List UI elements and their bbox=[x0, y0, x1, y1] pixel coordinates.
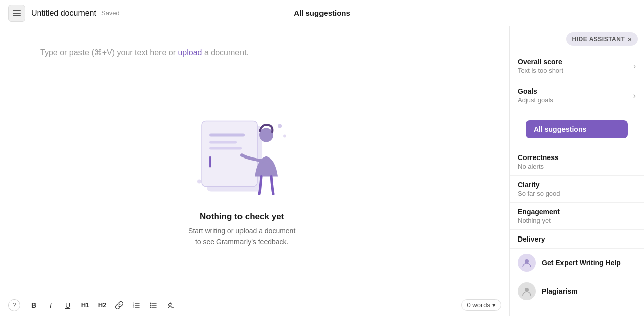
ordered-list-button[interactable]: 123 bbox=[129, 298, 144, 313]
svg-rect-5 bbox=[209, 134, 245, 137]
topbar: Untitled document Saved All suggestions bbox=[0, 0, 644, 26]
svg-point-12 bbox=[197, 180, 201, 184]
plagiarism-title: Plagiarism bbox=[542, 287, 578, 295]
clarity-title: Clarity bbox=[518, 181, 636, 189]
goals-section[interactable]: Goals Adjust goals › bbox=[510, 81, 644, 110]
goals-title: Goals bbox=[518, 87, 553, 95]
menu-button[interactable] bbox=[8, 5, 25, 22]
engagement-title: Engagement bbox=[518, 208, 636, 216]
empty-state-illustration bbox=[192, 111, 292, 202]
svg-point-22 bbox=[150, 302, 152, 304]
word-count-label: 0 words bbox=[467, 301, 490, 309]
goals-chevron: › bbox=[633, 91, 636, 100]
center-label: All suggestions bbox=[294, 9, 350, 17]
overall-score-title: Overall score bbox=[518, 58, 564, 66]
delivery-title: Delivery bbox=[518, 235, 636, 243]
plagiarism-item[interactable]: Plagiarism bbox=[510, 277, 644, 305]
h2-button[interactable]: H2 bbox=[95, 298, 110, 313]
expert-title: Get Expert Writing Help bbox=[542, 259, 621, 267]
hide-assistant-label: HIDE ASSISTANT bbox=[572, 36, 625, 43]
correctness-item[interactable]: Correctness No alerts bbox=[510, 148, 644, 176]
clarity-item[interactable]: Clarity So far so good bbox=[510, 176, 644, 203]
svg-point-24 bbox=[150, 306, 152, 308]
nothing-desc-line2: to see Grammarly's feedback. bbox=[195, 238, 289, 246]
goals-subtitle: Adjust goals bbox=[518, 96, 553, 104]
svg-rect-6 bbox=[209, 141, 237, 144]
svg-point-26 bbox=[525, 288, 529, 292]
delivery-section: Delivery bbox=[510, 230, 644, 249]
sidebar: HIDE ASSISTANT » Overall score Text is t… bbox=[509, 26, 644, 316]
svg-rect-1 bbox=[13, 13, 21, 14]
underline-button[interactable]: U bbox=[60, 298, 75, 313]
help-button[interactable]: ? bbox=[8, 299, 20, 311]
saved-status: Saved bbox=[101, 9, 120, 17]
svg-text:3: 3 bbox=[133, 306, 135, 308]
expert-avatar bbox=[518, 254, 536, 272]
main-layout: Type or paste (⌘+V) your text here or up… bbox=[0, 26, 644, 316]
all-suggestions-button[interactable]: All suggestions bbox=[526, 120, 628, 138]
h1-button[interactable]: H1 bbox=[77, 298, 93, 313]
svg-rect-2 bbox=[13, 15, 21, 16]
goals-card[interactable]: Goals Adjust goals › bbox=[518, 87, 636, 104]
doc-title: Untitled document bbox=[31, 9, 96, 18]
engagement-item[interactable]: Engagement Nothing yet bbox=[510, 203, 644, 230]
overall-score-subtitle: Text is too short bbox=[518, 67, 564, 74]
correctness-title: Correctness bbox=[518, 153, 636, 162]
word-count-button[interactable]: 0 words ▾ bbox=[461, 299, 501, 311]
italic-button[interactable]: I bbox=[43, 298, 58, 313]
nothing-title: Nothing to check yet bbox=[200, 212, 284, 222]
clear-format-button[interactable] bbox=[163, 298, 178, 313]
hide-assistant-button[interactable]: HIDE ASSISTANT » bbox=[566, 32, 638, 46]
engagement-sub: Nothing yet bbox=[518, 217, 636, 224]
svg-rect-4 bbox=[202, 121, 257, 187]
editor-area: Type or paste (⌘+V) your text here or up… bbox=[0, 26, 509, 316]
correctness-sub: No alerts bbox=[518, 163, 636, 170]
clarity-sub: So far so good bbox=[518, 190, 636, 197]
svg-point-9 bbox=[259, 128, 273, 142]
svg-rect-7 bbox=[209, 147, 242, 150]
upload-link[interactable]: upload bbox=[178, 48, 202, 57]
expert-help-item[interactable]: Get Expert Writing Help bbox=[510, 249, 644, 277]
placeholder-text: Type or paste (⌘+V) your text here or bbox=[40, 48, 176, 57]
bottom-toolbar: ? B I U H1 H2 123 0 words ▾ bbox=[0, 294, 509, 316]
overall-score-section[interactable]: Overall score Text is too short › bbox=[510, 52, 644, 81]
link-button[interactable] bbox=[112, 298, 127, 313]
unordered-list-button[interactable] bbox=[146, 298, 161, 313]
overall-score-card[interactable]: Overall score Text is too short › bbox=[518, 58, 636, 74]
svg-point-10 bbox=[278, 124, 282, 128]
all-suggestions-section: All suggestions bbox=[510, 110, 644, 148]
overall-score-chevron: › bbox=[633, 62, 636, 71]
svg-rect-0 bbox=[13, 10, 21, 11]
svg-rect-8 bbox=[209, 156, 211, 168]
svg-point-23 bbox=[150, 304, 152, 306]
bold-button[interactable]: B bbox=[26, 298, 41, 313]
chevron-right-icon: » bbox=[628, 35, 632, 43]
placeholder-end: a document. bbox=[204, 48, 249, 57]
svg-point-11 bbox=[283, 135, 286, 138]
nothing-desc: Start writing or upload a document to se… bbox=[188, 226, 295, 247]
svg-point-25 bbox=[525, 259, 529, 263]
plagiarism-avatar bbox=[518, 282, 536, 300]
word-count-arrow: ▾ bbox=[492, 301, 496, 309]
editor-placeholder: Type or paste (⌘+V) your text here or up… bbox=[40, 48, 249, 57]
illustration-area: Nothing to check yet Start writing or up… bbox=[178, 101, 305, 257]
nothing-desc-line1: Start writing or upload a document bbox=[188, 227, 295, 235]
